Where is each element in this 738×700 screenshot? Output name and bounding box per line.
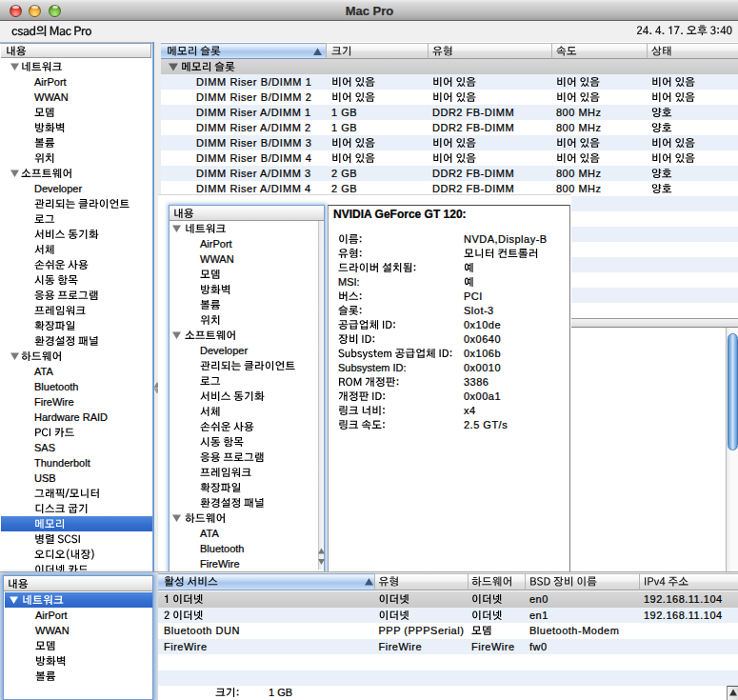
- svg-text:FireWire: FireWire: [379, 641, 423, 652]
- svg-text:PPP (PPPSerial): PPP (PPPSerial): [379, 625, 465, 636]
- svg-text:192.168.11.104: 192.168.11.104: [644, 593, 723, 605]
- svg-text:en1: en1: [529, 610, 549, 621]
- svg-text:fw0: fw0: [529, 641, 548, 652]
- svg-text:Bluetooth DUN: Bluetooth DUN: [164, 625, 240, 636]
- svg-text:en0: en0: [529, 593, 549, 605]
- svg-text:Bluetooth-Modem: Bluetooth-Modem: [529, 625, 619, 636]
- svg-text:AirPort: AirPort: [35, 610, 68, 621]
- svg-text:WWAN: WWAN: [35, 625, 70, 636]
- svg-text:FireWire: FireWire: [471, 641, 515, 652]
- svg-text:FireWire: FireWire: [164, 641, 208, 652]
- svg-text:192.168.11.104: 192.168.11.104: [644, 610, 723, 621]
- svg-text:1 GB: 1 GB: [269, 687, 292, 698]
